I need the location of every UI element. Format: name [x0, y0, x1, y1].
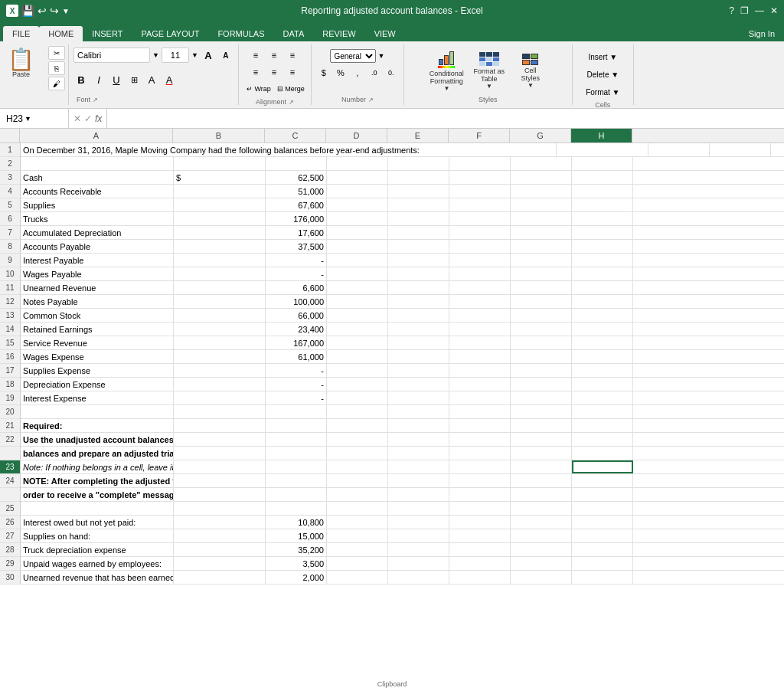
cell-4-C[interactable]: 51,000 — [266, 185, 327, 198]
grow-font-button[interactable]: A — [201, 47, 216, 63]
cell-19-G[interactable] — [511, 391, 572, 404]
cell-6-D[interactable] — [327, 212, 388, 225]
cell-11-G[interactable] — [511, 281, 572, 294]
cell-26-E[interactable] — [388, 516, 449, 529]
cell-11-D[interactable] — [327, 281, 388, 294]
cell-3-B[interactable]: $ — [174, 171, 266, 184]
col-header-G[interactable]: G — [510, 129, 571, 142]
border-button[interactable]: ⊞ — [126, 73, 142, 88]
cell-24a-D[interactable] — [327, 474, 388, 487]
cell-24a-G[interactable] — [511, 474, 572, 487]
cell-10-C[interactable]: - — [266, 267, 327, 280]
increase-decimal[interactable]: .0 — [367, 65, 382, 80]
format-cells-button[interactable]: Format ▼ — [580, 84, 626, 100]
cell-25-B[interactable] — [174, 502, 266, 515]
cell-26-A[interactable]: Interest owed but not yet paid: — [21, 516, 174, 529]
cell-23-D[interactable] — [327, 460, 388, 473]
cell-27-C[interactable]: 15,000 — [266, 529, 327, 542]
quick-access-save[interactable]: 💾 — [21, 5, 34, 17]
cell-9-H[interactable] — [572, 254, 633, 267]
cell-4-F[interactable] — [449, 185, 511, 198]
cell-2-E[interactable] — [388, 157, 449, 170]
cell-9-E[interactable] — [388, 254, 449, 267]
cell-30-F[interactable] — [449, 571, 511, 584]
cell-20-F[interactable] — [449, 405, 511, 418]
cell-22b-H[interactable] — [572, 447, 633, 460]
cell-4-B[interactable] — [174, 185, 266, 198]
tab-file[interactable]: FILE — [3, 26, 39, 41]
cell-14-E[interactable] — [388, 323, 449, 336]
cell-18-E[interactable] — [388, 378, 449, 391]
cell-21-F[interactable] — [449, 419, 511, 432]
font-color-button[interactable]: A — [162, 73, 177, 88]
cell-30-D[interactable] — [327, 571, 388, 584]
cell-13-D[interactable] — [327, 309, 388, 322]
cell-4-D[interactable] — [327, 185, 388, 198]
cell-12-F[interactable] — [449, 295, 511, 308]
cell-29-D[interactable] — [327, 557, 388, 570]
cell-13-G[interactable] — [511, 309, 572, 322]
cell-10-F[interactable] — [449, 267, 511, 280]
cell-6-C[interactable]: 176,000 — [266, 212, 327, 225]
delete-cells-button[interactable]: Delete ▼ — [580, 67, 626, 82]
cell-15-H[interactable] — [572, 336, 633, 349]
help-button[interactable]: ? — [729, 5, 734, 16]
cell-17-D[interactable] — [327, 364, 388, 377]
col-header-A[interactable]: A — [20, 129, 173, 142]
cell-24a-A[interactable]: NOTE: After completing the adjusted tria… — [21, 474, 174, 487]
cell-26-D[interactable] — [327, 516, 388, 529]
cell-21-G[interactable] — [511, 419, 572, 432]
cell-13-E[interactable] — [388, 309, 449, 322]
cell-22b-A[interactable]: balances and prepare an adjusted trial b… — [21, 447, 174, 460]
cell-29-F[interactable] — [449, 557, 511, 570]
italic-button[interactable]: I — [91, 73, 106, 88]
minimize-button[interactable]: — — [755, 5, 764, 16]
cell-5-D[interactable] — [327, 198, 388, 211]
cell-15-A[interactable]: Service Revenue — [21, 336, 174, 349]
cell-3-H[interactable] — [572, 171, 633, 184]
cell-22b-F[interactable] — [449, 447, 511, 460]
cell-14-F[interactable] — [449, 323, 511, 336]
cell-20-B[interactable] — [174, 405, 266, 418]
cell-17-A[interactable]: Supplies Expense — [21, 364, 174, 377]
cell-10-H[interactable] — [572, 267, 633, 280]
cell-20-E[interactable] — [388, 405, 449, 418]
cell-14-A[interactable]: Retained Earnings — [21, 323, 174, 336]
merge-button[interactable]: ⊟ Merge — [276, 81, 306, 97]
cell-23-F[interactable] — [449, 460, 511, 473]
format-as-table-button[interactable]: Format asTable ▼ — [470, 49, 508, 91]
cell-16-C[interactable]: 61,000 — [266, 350, 327, 363]
cell-6-H[interactable] — [572, 212, 633, 225]
cell-19-D[interactable] — [327, 391, 388, 404]
cell-21-H[interactable] — [572, 419, 633, 432]
cell-18-A[interactable]: Depreciation Expense — [21, 378, 174, 391]
cell-6-G[interactable] — [511, 212, 572, 225]
cell-30-A[interactable]: Unearned revenue that has been earned: — [21, 571, 174, 584]
bold-button[interactable]: B — [74, 73, 89, 88]
cell-28-G[interactable] — [511, 543, 572, 556]
cell-2-H[interactable] — [572, 157, 633, 170]
cell-22a-C[interactable] — [266, 433, 327, 446]
cell-27-A[interactable]: Supplies on hand: — [21, 529, 174, 542]
cell-8-B[interactable] — [174, 240, 266, 253]
cell-15-E[interactable] — [388, 336, 449, 349]
cell-18-H[interactable] — [572, 378, 633, 391]
cell-1-C[interactable] — [648, 143, 710, 156]
cell-13-B[interactable] — [174, 309, 266, 322]
cell-12-G[interactable] — [511, 295, 572, 308]
cell-27-F[interactable] — [449, 529, 511, 542]
cell-24a-H[interactable] — [572, 474, 633, 487]
tab-home[interactable]: HOME — [39, 26, 83, 41]
fill-color-button[interactable]: A — [144, 73, 159, 88]
cell-8-C[interactable]: 37,500 — [266, 240, 327, 253]
cell-17-H[interactable] — [572, 364, 633, 377]
name-box[interactable]: H23 ▼ — [0, 109, 69, 128]
cell-11-F[interactable] — [449, 281, 511, 294]
cell-8-E[interactable] — [388, 240, 449, 253]
cell-16-H[interactable] — [572, 350, 633, 363]
align-top-center[interactable]: ≡ — [266, 47, 282, 63]
cell-25-D[interactable] — [327, 502, 388, 515]
cell-24b-E[interactable] — [388, 488, 449, 501]
cell-7-H[interactable] — [572, 226, 633, 239]
restore-button[interactable]: ❐ — [740, 5, 749, 16]
